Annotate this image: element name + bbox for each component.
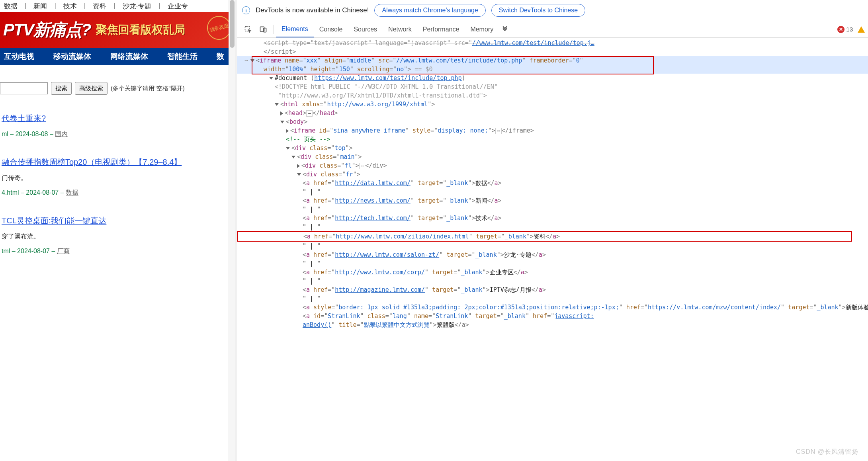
dom-anchor-line[interactable]: <a href="http://data.lmtw.com/" target="… — [237, 179, 868, 188]
dom-line[interactable]: <a id="StranLink" class="lang" name="Str… — [237, 312, 868, 329]
device-toggle-icon[interactable] — [259, 25, 268, 34]
dom-line[interactable]: <!-- 页头 --> — [237, 135, 868, 144]
category-nav: 互动电视 移动流媒体 网络流媒体 智能生活 数 — [0, 48, 235, 65]
inspect-icon[interactable] — [244, 25, 252, 34]
cat-interactive-tv[interactable]: 互动电视 — [4, 51, 34, 62]
always-match-language-button[interactable]: Always match Chrome's language — [374, 4, 485, 17]
result-category[interactable]: 数据 — [66, 189, 78, 196]
result-category[interactable]: 国内 — [55, 131, 68, 137]
dom-anchor-line[interactable]: <a href="http://www.lmtw.com/ziliao/inde… — [237, 231, 852, 242]
dom-line[interactable]: <a style="border: 1px solid #1351a3;padd… — [237, 303, 868, 312]
dom-iframe-node-cont[interactable]: width="100%" height="150" scrolling="no"… — [237, 65, 868, 74]
result-item: 融合传播指数周榜Top20（电视剧类）【7.29–8.4】 门传奇。 4.htm… — [2, 157, 233, 197]
nav-data[interactable]: 数据 — [2, 2, 20, 11]
devtools-pane: i DevTools is now available in Chinese! … — [237, 0, 868, 461]
scrollbar[interactable] — [229, 0, 235, 461]
dom-line[interactable]: <head>⋯</head> — [237, 109, 868, 117]
tab-console[interactable]: Console — [314, 22, 348, 37]
dom-line[interactable]: <div class="fl">⋯</div> — [237, 161, 868, 170]
dom-line[interactable]: <div class="top"> — [237, 144, 868, 152]
nav-salon[interactable]: 沙龙·专题 — [120, 2, 154, 11]
result-desc: 穿了瀑布流。 — [2, 232, 233, 241]
banner-subtitle: 聚焦回看版权乱局 — [96, 22, 185, 37]
dom-line[interactable]: <script type="text/javascript" language=… — [237, 39, 868, 47]
nav-corp[interactable]: 企业专 — [165, 2, 190, 11]
result-item: TCL灵控桌面:我们能一键直达 穿了瀑布流。 tml – 2024-08-07 … — [2, 215, 233, 256]
dom-anchor-line[interactable]: <a href="http://tech.lmtw.com/" target="… — [237, 214, 868, 223]
dom-anchor-line[interactable]: <a href="http://news.lmtw.com/" target="… — [237, 196, 868, 205]
more-tabs-icon[interactable] — [500, 25, 509, 34]
dom-text-separator[interactable]: " | " — [237, 294, 868, 303]
search-hint: (多个关键字请用"空格"隔开) — [111, 85, 185, 92]
cat-net-stream[interactable]: 网络流媒体 — [110, 51, 148, 62]
dom-anchor-line[interactable]: <a href="http://www.lmtw.com/corp/" targ… — [237, 268, 868, 277]
advanced-search-button[interactable]: 高级搜索 — [75, 82, 108, 95]
dom-text-separator[interactable]: " | " — [237, 188, 868, 196]
dom-line[interactable]: #document (https://www.lmtw.com/test/inc… — [237, 74, 868, 82]
result-title[interactable]: 代卷土重来? — [2, 114, 46, 123]
search-bar: 搜索 高级搜索 (多个关键字请用"空格"隔开) — [0, 82, 235, 95]
scroll-thumb[interactable] — [230, 0, 235, 48]
dom-text-separator[interactable]: " | " — [237, 259, 868, 268]
nav-news[interactable]: 新闻 — [31, 2, 49, 11]
dom-text-separator[interactable]: " | " — [237, 223, 868, 231]
result-title[interactable]: 融合传播指数周榜Top20（电视剧类）【7.29–8.4】 — [2, 158, 182, 166]
search-input[interactable] — [0, 82, 48, 94]
result-meta: ml – 2024-08-08 – 国内 — [2, 130, 233, 139]
search-button[interactable]: 搜索 — [51, 82, 72, 95]
result-meta: tml – 2024-08-07 – 厂商 — [2, 247, 233, 256]
dom-line[interactable]: <body> — [237, 117, 868, 126]
info-icon: i — [242, 6, 250, 14]
tab-elements[interactable]: Elements — [276, 21, 314, 37]
tab-performance[interactable]: Performance — [417, 22, 465, 37]
result-category[interactable]: 厂商 — [57, 248, 70, 254]
result-item: 代卷土重来? ml – 2024-08-08 – 国内 — [2, 113, 233, 139]
tab-sources[interactable]: Sources — [348, 22, 383, 37]
nav-tech[interactable]: 技术 — [61, 2, 79, 11]
banner-title: PTV新痛点? — [3, 19, 90, 41]
dom-doctype[interactable]: <!DOCTYPE html PUBLIC "-//W3C//DTD XHTML… — [237, 82, 868, 100]
warning-icon[interactable] — [858, 26, 865, 33]
dom-text-separator[interactable]: " | " — [237, 277, 868, 285]
dom-anchor-line[interactable]: <a href="http://magazine.lmtw.com/" targ… — [237, 285, 868, 294]
dom-text-separator[interactable]: " | " — [237, 242, 868, 250]
website-pane: 数据| 新闻| 技术| 资料| 沙龙·专题| 企业专 PTV新痛点? 聚焦回看版… — [0, 0, 235, 461]
dom-line[interactable]: </script> — [237, 47, 868, 56]
dom-line[interactable]: <div class="main"> — [237, 152, 868, 161]
dom-text-separator[interactable]: " | " — [237, 205, 868, 214]
tab-network[interactable]: Network — [383, 22, 417, 37]
search-results: 代卷土重来? ml – 2024-08-08 – 国内 融合传播指数周榜Top2… — [0, 95, 235, 256]
tab-memory[interactable]: Memory — [465, 22, 499, 37]
elements-dom-tree[interactable]: <script type="text/javascript" language=… — [237, 38, 868, 461]
error-icon: ✕ — [837, 26, 845, 33]
result-title[interactable]: TCL灵控桌面:我们能一键直达 — [2, 216, 106, 225]
dom-line[interactable]: <iframe id="sina_anywhere_iframe" style=… — [237, 126, 868, 135]
cat-mobile-stream[interactable]: 移动流媒体 — [53, 51, 91, 62]
hero-banner: PTV新痛点? 聚焦回看版权乱局 我看我观 — [0, 12, 235, 48]
dom-anchor-line[interactable]: <a href="http://www.lmtw.com/salon-zt/" … — [237, 250, 868, 259]
dom-line[interactable]: <div class="fr"> — [237, 170, 868, 179]
error-badge[interactable]: ✕13 — [837, 26, 853, 33]
cat-data[interactable]: 数 — [217, 51, 224, 62]
dom-iframe-node[interactable]: ⋯<iframe name="xxx" align="middle" src="… — [237, 56, 868, 65]
devtools-language-notice: i DevTools is now available in Chinese! … — [237, 0, 868, 21]
dom-line[interactable]: <html xmlns="http://www.w3.org/1999/xhtm… — [237, 100, 868, 109]
result-desc: 门传奇。 — [2, 174, 233, 182]
cat-smart-life[interactable]: 智能生活 — [167, 51, 197, 62]
nav-ziliao[interactable]: 资料 — [90, 2, 109, 11]
switch-language-button[interactable]: Switch DevTools to Chinese — [491, 4, 585, 17]
error-count: 13 — [846, 26, 853, 33]
devtools-tabs: Elements Console Sources Network Perform… — [237, 21, 868, 38]
top-nav: 数据| 新闻| 技术| 资料| 沙龙·专题| 企业专 — [0, 0, 235, 12]
result-meta: 4.html – 2024-08-07 – 数据 — [2, 189, 233, 197]
notice-text: DevTools is now available in Chinese! — [256, 6, 369, 14]
